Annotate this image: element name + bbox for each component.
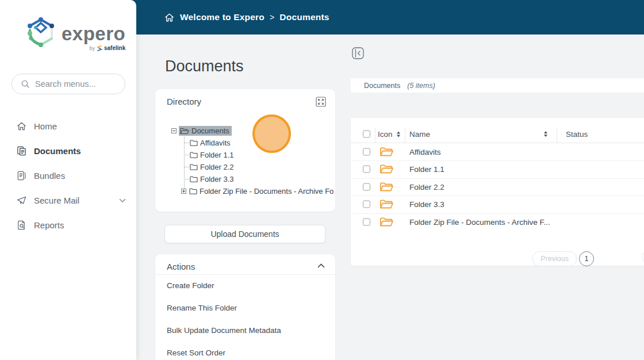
row-checkbox[interactable] — [363, 148, 370, 155]
tree-connector-line — [184, 135, 185, 191]
sort-icon[interactable] — [397, 131, 400, 137]
table-row-affidavits[interactable]: Affidavits — [351, 143, 644, 162]
tree-item-label: Folder 3.3 — [200, 175, 234, 183]
row-checkbox[interactable] — [363, 201, 370, 208]
bundles-icon — [16, 170, 27, 181]
sidebar-item-bundles[interactable]: Bundles — [0, 163, 136, 188]
folder-icon — [190, 152, 198, 158]
folder-icon — [190, 140, 198, 146]
search-icon — [21, 79, 30, 89]
directory-panel-title: Directory — [167, 97, 201, 106]
chevron-up-icon[interactable] — [317, 263, 325, 268]
row-checkbox[interactable] — [363, 218, 370, 225]
breadcrumb-separator: > — [270, 13, 274, 22]
results-summary-bar: Documents (5 items) — [351, 78, 644, 93]
table-row-folder-3-3[interactable]: Folder 3.3 — [351, 196, 644, 214]
tree-item-label: Folder 1.1 — [200, 151, 234, 159]
tree-item-folder-zip[interactable]: Folder Zip File - Documents - Archive Fo — [181, 185, 334, 197]
folder-open-icon — [180, 128, 189, 135]
action-create-folder[interactable]: Create Folder — [167, 279, 214, 291]
sort-icon-name[interactable] — [544, 131, 547, 137]
row-checkbox[interactable] — [363, 166, 370, 173]
table-row-folder-1-1[interactable]: Folder 1.1 — [351, 160, 644, 179]
sidebar-item-label: Secure Mail — [34, 196, 79, 205]
previous-page-button[interactable]: Previous — [532, 251, 577, 266]
folder-icon — [379, 182, 393, 192]
tree-connector-stub — [184, 179, 189, 179]
collapse-panel-icon[interactable] — [352, 47, 364, 59]
tree-item-folder-1-1[interactable]: Folder 1.1 — [190, 149, 234, 161]
safelink-byline: by safelink — [57, 45, 125, 51]
sidebar-item-label: Bundles — [34, 171, 65, 181]
page-1-button[interactable]: 1 — [579, 251, 594, 266]
column-header-icon[interactable]: Icon — [378, 130, 400, 139]
row-name[interactable]: Folder Zip File - Documents - Archive F.… — [409, 217, 550, 226]
documents-table: Icon Name Status Affidavits — [351, 118, 644, 266]
expero-logo: expero by safelink — [24, 16, 125, 51]
pagination: Previous 1 — [532, 251, 594, 266]
tree-item-label: Documents — [191, 127, 229, 135]
home-icon[interactable] — [164, 12, 175, 23]
action-reset-sort-order[interactable]: Reset Sort Order — [167, 347, 225, 358]
top-header-bar: Welcome to Expero > Documents — [131, 0, 644, 35]
row-name[interactable]: Folder 2.2 — [409, 182, 444, 191]
sidebar-item-documents[interactable]: Documents — [0, 139, 136, 163]
folder-icon — [379, 217, 393, 227]
breadcrumb-documents[interactable]: Documents — [279, 12, 329, 22]
table-header-row: Icon Name Status — [351, 125, 644, 143]
row-name[interactable]: Folder 3.3 — [409, 200, 444, 209]
table-row-folder-zip[interactable]: Folder Zip File - Documents - Archive F.… — [351, 213, 644, 231]
action-rename-this-folder[interactable]: Rename This Folder — [167, 302, 237, 313]
row-name[interactable]: Affidavits — [409, 147, 441, 156]
tree-item-affidavits[interactable]: Affidavits — [190, 137, 231, 149]
sidebar-item-home[interactable]: Home — [0, 114, 136, 139]
row-checkbox[interactable] — [363, 183, 370, 190]
folder-icon — [379, 199, 393, 209]
folder-icon — [190, 176, 198, 182]
action-bulk-update-document-metadata[interactable]: Bulk Update Document Metadata — [167, 324, 281, 336]
search-input[interactable]: Search menus... — [12, 74, 125, 94]
expero-logo-icon — [24, 16, 57, 48]
expand-directory-icon[interactable] — [316, 97, 326, 107]
sidebar-item-label: Home — [34, 121, 57, 131]
actions-panel: Actions Create Folder Rename This Folder… — [155, 254, 335, 360]
tree-item-folder-2-2[interactable]: Folder 2.2 — [190, 161, 234, 173]
app-window: Welcome to Expero > Documents — [0, 0, 644, 360]
upload-documents-button[interactable]: Upload Documents — [164, 225, 325, 243]
sidebar-item-secure-mail[interactable]: Secure Mail — [0, 188, 136, 213]
column-header-status[interactable]: Status — [566, 130, 588, 139]
tree-item-selected[interactable]: Documents — [179, 126, 232, 136]
documents-icon — [16, 145, 27, 156]
row-name[interactable]: Folder 1.1 — [409, 165, 444, 174]
column-header-name[interactable]: Name — [409, 130, 430, 139]
search-placeholder: Search menus... — [35, 79, 96, 89]
folder-icon — [189, 188, 197, 194]
folder-icon — [379, 147, 393, 157]
tree-connector-stub — [184, 143, 189, 143]
divider — [155, 274, 335, 275]
tree-item-folder-3-3[interactable]: Folder 3.3 — [190, 173, 234, 185]
reports-icon — [16, 220, 27, 231]
safelink-icon — [97, 45, 102, 51]
folder-icon — [190, 164, 198, 170]
column-divider — [375, 128, 375, 143]
sidebar-item-label: Documents — [34, 146, 81, 156]
actions-panel-title: Actions — [167, 262, 195, 271]
collapse-expander-icon[interactable] — [171, 128, 177, 133]
tree-item-label: Affidavits — [200, 139, 231, 147]
home-icon — [16, 121, 27, 132]
table-row-folder-2-2[interactable]: Folder 2.2 — [351, 178, 644, 197]
sidebar-item-label: Reports — [34, 220, 64, 230]
sidebar: expero by safelink — [0, 0, 136, 360]
results-summary-title: Documents — [364, 82, 400, 90]
select-all-checkbox[interactable] — [363, 131, 370, 138]
chevron-down-icon[interactable] — [119, 198, 126, 203]
tree-item-documents-root[interactable]: Documents — [171, 125, 232, 137]
upload-documents-label: Upload Documents — [210, 229, 279, 239]
breadcrumb-welcome[interactable]: Welcome to Expero — [180, 12, 264, 22]
column-divider — [405, 128, 405, 143]
sidebar-item-reports[interactable]: Reports — [0, 213, 136, 238]
expand-expander-icon[interactable] — [181, 189, 186, 194]
tree-connector-stub — [184, 167, 189, 167]
tree-item-label: Folder Zip File - Documents - Archive Fo — [200, 187, 334, 196]
